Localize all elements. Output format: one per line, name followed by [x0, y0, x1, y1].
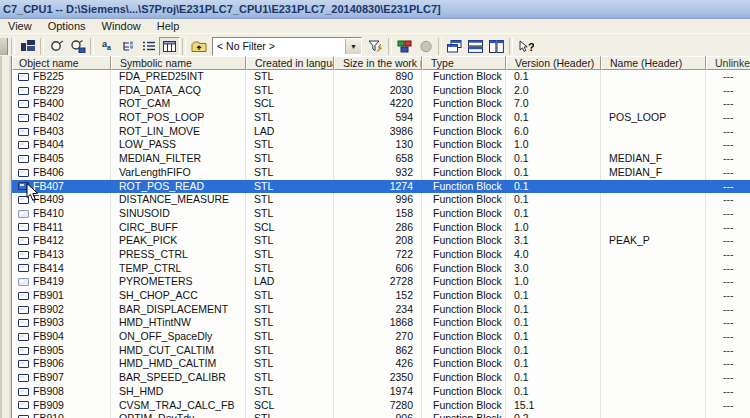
accessible-nodes-button[interactable]	[394, 37, 415, 56]
header-name-header[interactable]: Name (Header)	[601, 56, 706, 70]
table-row[interactable]: FB907BAR_SPEED_CALIBRSTL2350Function Blo…	[12, 371, 750, 385]
menu-window[interactable]: Window	[94, 19, 149, 33]
combo-dropdown-button[interactable]: ▼	[345, 39, 361, 54]
table-row[interactable]: FB407ROT_POS_READSTL1274Function Block0.…	[12, 180, 750, 194]
table-row[interactable]: FB411CIRC_BUFFSCL286Function Block1.0---	[12, 221, 750, 235]
sort-button[interactable]: aa	[96, 37, 117, 56]
table-row[interactable]: FB405MEDIAN_FILTERSTL658Function Block0.…	[12, 152, 750, 166]
filter-value: < No Filter >	[213, 40, 345, 52]
header-symbolic-name[interactable]: Symbolic name	[111, 56, 246, 70]
table-row[interactable]: FB902BAR_DISPLACEMENTSTL234Function Bloc…	[12, 303, 750, 317]
tile-vertical-icon	[489, 40, 504, 53]
table-row[interactable]: FB910OPTIM_DevTdySTL906Function Block0.2…	[12, 412, 750, 418]
table-row[interactable]: FB903HMD_HTintNWSTL1868Function Block0.1…	[12, 316, 750, 330]
parent-folder-icon	[191, 40, 207, 53]
table-row[interactable]: FB406VarLengthFIFOSTL932Function Block0.…	[12, 166, 750, 180]
tree-view-button[interactable]	[117, 37, 138, 56]
cell-object: FB904	[12, 330, 111, 344]
cell-language: STL	[246, 330, 334, 344]
table-row[interactable]: FB413PRESS_CTRLSTL722Function Block4.0--…	[12, 248, 750, 262]
menu-options[interactable]: Options	[40, 19, 94, 33]
object-name-text: FB903	[33, 316, 64, 330]
table-row[interactable]: FB412PEAK_PICKSTL208Function Block3.1PEA…	[12, 234, 750, 248]
menu-help[interactable]: Help	[149, 19, 188, 33]
cell-language: STL	[246, 207, 334, 221]
filter-apply-button[interactable]	[365, 37, 386, 56]
table-row[interactable]: FB400ROT_CAMSCL4220Function Block7.0---	[12, 97, 750, 111]
header-unlinked[interactable]: Unlinked	[706, 56, 750, 70]
cell-language: STL	[246, 166, 334, 180]
cell-symbolic: DISTANCE_MEASURE	[111, 193, 246, 207]
table-row[interactable]: FB908SH_HMDSTL1974Function Block0.1---	[12, 385, 750, 399]
simatic-block-list-window: C7_CPU1 -- D:\Siemens\...\S7Proj\E231PLC…	[0, 0, 750, 418]
table-row[interactable]: FB229FDA_DATA_ACQSTL2030Function Block2.…	[12, 84, 750, 98]
cell-name-header	[601, 97, 706, 111]
cell-type: Function Block	[422, 180, 506, 194]
header-object-name[interactable]: Object name	[12, 56, 111, 70]
table-row[interactable]: FB414TEMP_CTRLSTL606Function Block3.0---	[12, 262, 750, 276]
online-button[interactable]	[46, 37, 67, 56]
cell-size: 1274	[334, 180, 422, 194]
object-name-text: FB907	[33, 371, 64, 385]
cell-version: 1.0	[506, 138, 601, 152]
cell-size: 2030	[334, 84, 422, 98]
cell-size: 862	[334, 344, 422, 358]
header-version[interactable]: Version (Header)	[506, 56, 601, 70]
cell-version: 0.1	[506, 330, 601, 344]
cell-object: FB225	[12, 70, 111, 84]
table-row[interactable]: FB225FDA_PRED25INTSTL890Function Block0.…	[12, 70, 750, 84]
tile-vertical-button[interactable]	[486, 37, 507, 56]
cascade-windows-button[interactable]	[444, 37, 465, 56]
cell-object: FB905	[12, 344, 111, 358]
function-block-icon	[18, 264, 29, 272]
cell-type: Function Block	[422, 207, 506, 221]
header-size-in-work-memory[interactable]: Size in the work me...	[334, 56, 422, 70]
column-view-button[interactable]	[159, 37, 180, 56]
online-partner-button[interactable]	[67, 37, 88, 56]
cell-size: 4220	[334, 97, 422, 111]
cell-size: 906	[334, 412, 422, 418]
table-row[interactable]: FB905HMD_CUT_CALTIMSTL862Function Block0…	[12, 344, 750, 358]
table-row[interactable]: FB419PYROMETERSLAD2728Function Block1.0-…	[12, 275, 750, 289]
cell-name-header	[601, 316, 706, 330]
table-row[interactable]: FB901SH_CHOP_ACCSTL152Function Block0.1-…	[12, 289, 750, 303]
table-row[interactable]: FB410SINUSOIDSTL158Function Block0.1---	[12, 207, 750, 221]
cell-type: Function Block	[422, 357, 506, 371]
cell-type: Function Block	[422, 84, 506, 98]
cell-language: STL	[246, 412, 334, 418]
cell-size: 594	[334, 111, 422, 125]
table-row[interactable]: FB409DISTANCE_MEASURESTL996Function Bloc…	[12, 193, 750, 207]
cell-language: LAD	[246, 125, 334, 139]
object-name-text: FB904	[33, 330, 64, 344]
station-button[interactable]	[17, 37, 38, 56]
cell-language: STL	[246, 234, 334, 248]
table-row[interactable]: FB904ON_OFF_SpaceDlySTL270Function Block…	[12, 330, 750, 344]
help-cursor-button[interactable]: ?	[515, 37, 536, 56]
table-row[interactable]: FB909CVSM_TRAJ_CALC_FBSCL7280Function Bl…	[12, 399, 750, 413]
cell-version: 0.1	[506, 193, 601, 207]
cell-type: Function Block	[422, 166, 506, 180]
cell-version: 1.0	[506, 275, 601, 289]
tile-horizontal-button[interactable]	[465, 37, 486, 56]
table-row[interactable]: FB403ROT_LIN_MOVELAD3986Function Block6.…	[12, 125, 750, 139]
header-type[interactable]: Type	[422, 56, 506, 70]
stop-button[interactable]	[415, 37, 436, 56]
cell-object: FB907	[12, 371, 111, 385]
cell-language: STL	[246, 193, 334, 207]
cell-object: FB902	[12, 303, 111, 317]
cell-object: FB906	[12, 357, 111, 371]
cell-size: 270	[334, 330, 422, 344]
function-block-icon	[18, 155, 29, 163]
filter-combobox[interactable]: < No Filter > ▼	[212, 37, 362, 56]
menu-view[interactable]: View	[0, 19, 40, 33]
table-row[interactable]: FB404LOW_PASSSTL130Function Block1.0---	[12, 138, 750, 152]
parent-folder-button[interactable]	[188, 37, 209, 56]
details-view-button[interactable]	[138, 37, 159, 56]
cell-language: STL	[246, 316, 334, 330]
cell-size: 2728	[334, 275, 422, 289]
header-created-in-language[interactable]: Created in language	[246, 56, 334, 70]
table-row[interactable]: FB402ROT_POS_LOOPSTL594Function Block0.1…	[12, 111, 750, 125]
table-row[interactable]: FB906HMD_HMD_CALTIMSTL426Function Block0…	[12, 357, 750, 371]
online-icon	[49, 40, 64, 53]
cell-name-header	[601, 303, 706, 317]
